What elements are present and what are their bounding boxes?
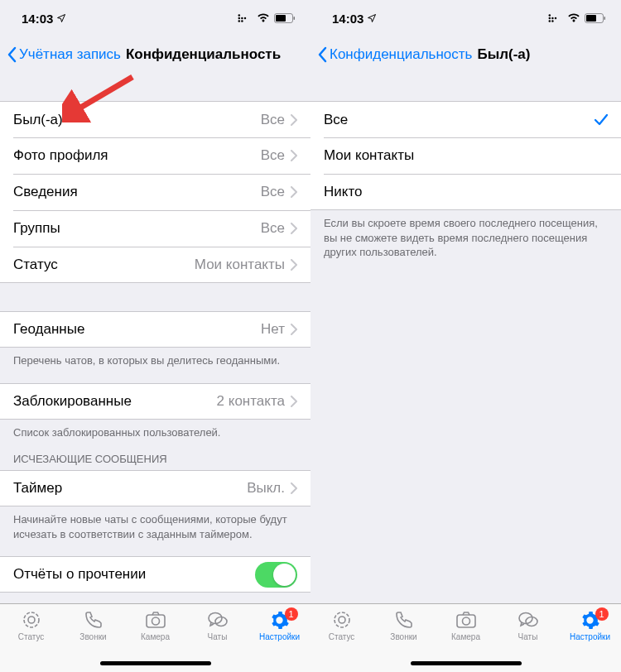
tab-label: Настройки <box>259 632 300 641</box>
tab-bar: Статус Звонки Камера Чаты 1 Настройки <box>0 603 310 672</box>
status-icon <box>22 609 41 631</box>
tab-bar: Статус Звонки Камера Чаты 1 Настройки <box>310 603 621 672</box>
phone-icon <box>84 609 104 631</box>
row-label: Был(-а) <box>13 112 261 128</box>
tab-label: Чаты <box>518 632 538 641</box>
status-bar: 14:03 <box>0 0 310 36</box>
svg-point-2 <box>238 17 241 20</box>
status-icon <box>332 609 352 631</box>
tab-label: Настройки <box>570 632 610 641</box>
svg-point-3 <box>241 17 243 20</box>
tab-status[interactable]: Статус <box>7 609 56 672</box>
settings-badge: 1 <box>285 607 298 621</box>
readreceipts-group: Отчёты о прочтении <box>0 556 310 593</box>
svg-point-20 <box>549 14 551 17</box>
screen-privacy: 14:03 Учётная запись Конфиденциальность … <box>0 0 310 672</box>
svg-rect-22 <box>586 15 596 22</box>
home-indicator[interactable] <box>100 661 211 665</box>
row-status[interactable]: Статус Мои контакты <box>0 247 310 283</box>
row-label: Статус <box>13 257 195 273</box>
options-group: Все Мои контакты Никто <box>310 101 621 210</box>
svg-point-24 <box>335 612 349 627</box>
row-last-seen[interactable]: Был(-а) Все <box>0 101 310 137</box>
read-receipts-toggle[interactable] <box>255 562 297 588</box>
wifi-icon <box>257 13 270 23</box>
svg-point-5 <box>238 14 241 17</box>
chevron-right-icon <box>291 150 297 161</box>
svg-rect-8 <box>294 17 296 20</box>
row-value: Все <box>261 147 285 164</box>
camera-icon <box>455 609 477 631</box>
option-contacts[interactable]: Мои контакты <box>310 137 621 174</box>
back-button[interactable]: Учётная запись <box>7 46 121 63</box>
status-bar: 14:03 <box>310 0 621 36</box>
disappearing-header: ИСЧЕЗАЮЩИЕ СООБЩЕНИЯ <box>0 453 310 470</box>
geo-group: Геоданные Нет <box>0 311 310 348</box>
tab-label: Камера <box>141 632 170 641</box>
status-time: 14:03 <box>332 12 363 26</box>
row-live-location[interactable]: Геоданные Нет <box>0 311 310 348</box>
tab-status[interactable]: Статус <box>317 609 367 672</box>
svg-point-17 <box>549 17 551 20</box>
tab-settings[interactable]: 1 Настройки <box>566 609 615 672</box>
svg-point-25 <box>339 617 345 623</box>
tab-label: Звонки <box>390 632 416 641</box>
page-title: Был(-а) <box>477 46 530 63</box>
blocked-group: Заблокированные 2 контакта <box>0 383 310 420</box>
battery-icon <box>585 13 606 23</box>
tab-settings[interactable]: 1 Настройки <box>255 609 305 672</box>
phone-icon <box>394 609 414 631</box>
disappearing-group: Таймер Выкл. <box>0 470 310 506</box>
svg-point-0 <box>238 20 241 22</box>
chevron-right-icon <box>291 482 297 494</box>
battery-icon <box>274 13 296 23</box>
back-label: Учётная запись <box>19 46 121 63</box>
location-icon <box>367 13 377 23</box>
svg-point-12 <box>152 617 159 625</box>
chevron-right-icon <box>291 114 297 126</box>
row-label: Таймер <box>13 480 247 497</box>
wifi-icon <box>567 13 580 23</box>
camera-icon <box>145 609 166 631</box>
chats-icon <box>518 609 539 631</box>
chevron-right-icon <box>291 259 297 271</box>
chats-icon <box>207 609 229 631</box>
row-blocked[interactable]: Заблокированные 2 контакта <box>0 383 310 420</box>
chevron-left-icon <box>317 46 327 63</box>
row-read-receipts[interactable]: Отчёты о прочтении <box>0 556 310 593</box>
svg-point-18 <box>551 17 554 20</box>
chevron-right-icon <box>291 186 297 198</box>
row-label: Отчёты о прочтении <box>13 566 255 583</box>
row-label: Геоданные <box>13 321 261 338</box>
svg-point-27 <box>462 617 469 625</box>
row-label: Группы <box>13 220 261 237</box>
checkmark-icon <box>595 114 608 126</box>
row-label: Мои контакты <box>324 147 608 164</box>
row-value: Все <box>261 184 285 200</box>
chevron-left-icon <box>7 46 17 63</box>
svg-point-9 <box>24 612 39 627</box>
row-about[interactable]: Сведения Все <box>0 174 310 210</box>
nav-bar: Учётная запись Конфиденциальность <box>0 36 310 73</box>
svg-point-10 <box>28 617 35 623</box>
svg-point-15 <box>549 20 551 22</box>
screen-last-seen: 14:03 Конфиденциальность Был(-а) Все Мои… <box>310 0 621 672</box>
svg-point-1 <box>241 20 243 22</box>
home-indicator[interactable] <box>411 661 522 665</box>
option-nobody[interactable]: Никто <box>310 174 621 210</box>
row-label: Заблокированные <box>13 393 217 410</box>
content[interactable]: Все Мои контакты Никто Если вы скроете в… <box>310 73 621 603</box>
disappearing-footer: Начинайте новые чаты с сообщениями, кото… <box>0 506 310 541</box>
chevron-right-icon <box>291 396 297 407</box>
content[interactable]: Был(-а) Все Фото профиля Все Сведения Вс… <box>0 73 310 603</box>
tab-label: Камера <box>451 632 480 641</box>
option-everyone[interactable]: Все <box>310 101 621 137</box>
row-value: Нет <box>261 321 285 338</box>
row-profile-photo[interactable]: Фото профиля Все <box>0 137 310 174</box>
row-label: Все <box>324 112 595 128</box>
row-value: 2 контакта <box>217 393 285 410</box>
back-button[interactable]: Конфиденциальность <box>317 46 472 63</box>
row-timer[interactable]: Таймер Выкл. <box>0 470 310 506</box>
chevron-right-icon <box>291 223 297 234</box>
row-groups[interactable]: Группы Все <box>0 210 310 247</box>
